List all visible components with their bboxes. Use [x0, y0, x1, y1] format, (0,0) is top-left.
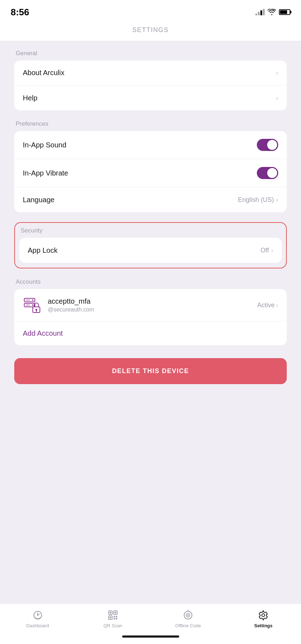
account-name: acceptto_mfa	[48, 297, 251, 305]
svg-rect-14	[110, 612, 111, 613]
help-right: ›	[276, 94, 278, 102]
security-section: Security App Lock Off ›	[14, 222, 287, 268]
status-time: 8:56	[11, 7, 29, 18]
preferences-card: In-App Sound In-App Vibrate Language Eng…	[14, 131, 287, 212]
in-app-vibrate-toggle[interactable]	[257, 167, 278, 179]
in-app-sound-knob	[267, 140, 277, 150]
account-icon	[23, 295, 42, 315]
home-bar	[122, 635, 179, 638]
account-info: acceptto_mfa @secureauth.com	[48, 297, 251, 313]
signal-icon	[255, 9, 265, 15]
language-right: English (US) ›	[238, 196, 278, 204]
offlinecode-icon	[182, 609, 194, 621]
language-label: Language	[23, 196, 55, 204]
general-card: About Arculix › Help ›	[14, 61, 287, 110]
help-row[interactable]: Help ›	[14, 85, 287, 110]
app-lock-right: Off ›	[260, 247, 273, 254]
in-app-vibrate-knob	[267, 168, 277, 178]
about-arculix-row[interactable]: About Arculix ›	[14, 61, 287, 85]
app-lock-chevron: ›	[271, 247, 273, 254]
help-label: Help	[23, 94, 37, 102]
svg-point-25	[262, 614, 265, 617]
in-app-sound-row[interactable]: In-App Sound	[14, 131, 287, 159]
language-row[interactable]: Language English (US) ›	[14, 187, 287, 212]
in-app-sound-toggle[interactable]	[257, 139, 278, 151]
bottom-nav: Dashboard QR Scan	[0, 603, 301, 632]
settings-icon	[258, 609, 269, 621]
nav-label-settings: Settings	[254, 623, 273, 628]
about-arculix-label: About Arculix	[23, 69, 64, 77]
add-account-row[interactable]: Add Account	[14, 321, 287, 345]
accounts-card: acceptto_mfa @secureauth.com Active › Ad…	[14, 289, 287, 345]
accounts-section-label: Accounts	[14, 278, 287, 286]
svg-rect-20	[116, 618, 117, 619]
account-chevron: ›	[276, 302, 278, 309]
svg-rect-5	[26, 304, 30, 306]
svg-rect-16	[110, 617, 111, 618]
dashboard-icon	[32, 609, 43, 621]
app-lock-value: Off	[260, 247, 269, 254]
nav-label-qrscan: QR Scan	[104, 623, 123, 628]
account-status-label: Active	[257, 302, 275, 309]
nav-label-dashboard: Dashboard	[26, 623, 49, 628]
svg-rect-15	[115, 612, 116, 613]
accounts-section: Accounts a	[14, 278, 287, 345]
security-section-label: Security	[19, 227, 282, 234]
svg-point-3	[32, 304, 33, 306]
language-chevron: ›	[276, 196, 278, 204]
qrscan-icon	[107, 609, 119, 621]
app-lock-label: App Lock	[28, 246, 57, 255]
nav-item-qrscan[interactable]: QR Scan	[75, 609, 150, 628]
general-section-label: General	[14, 50, 287, 57]
language-value: English (US)	[238, 196, 274, 204]
svg-rect-18	[116, 616, 117, 617]
about-arculix-right: ›	[276, 69, 278, 77]
status-icons	[255, 9, 290, 15]
in-app-vibrate-row[interactable]: In-App Vibrate	[14, 159, 287, 187]
app-lock-row[interactable]: App Lock Off ›	[19, 238, 282, 263]
page-title-bar: SETTINGS	[0, 21, 301, 41]
nav-item-offlinecode[interactable]: Offline Code	[151, 609, 226, 628]
security-card: App Lock Off ›	[19, 238, 282, 263]
in-app-sound-label: In-App Sound	[23, 141, 66, 149]
home-indicator	[0, 632, 301, 644]
general-section: General About Arculix › Help ›	[14, 50, 287, 110]
preferences-section: Preferences In-App Sound In-App Vibrate …	[14, 120, 287, 212]
svg-point-2	[32, 299, 33, 301]
add-account-label: Add Account	[23, 329, 63, 337]
status-bar: 8:56	[0, 0, 301, 21]
battery-icon	[279, 9, 290, 15]
nav-item-settings[interactable]: Settings	[226, 609, 301, 628]
nav-item-dashboard[interactable]: Dashboard	[0, 609, 75, 628]
account-email: @secureauth.com	[48, 307, 251, 313]
svg-rect-19	[114, 618, 115, 619]
about-arculix-chevron: ›	[276, 69, 278, 77]
nav-label-offlinecode: Offline Code	[175, 623, 201, 628]
scroll-content: General About Arculix › Help › Preferenc…	[0, 41, 301, 603]
in-app-vibrate-label: In-App Vibrate	[23, 169, 68, 177]
page-title: SETTINGS	[132, 26, 168, 33]
help-chevron: ›	[276, 94, 278, 102]
svg-rect-17	[114, 616, 115, 617]
preferences-section-label: Preferences	[14, 120, 287, 127]
account-row[interactable]: acceptto_mfa @secureauth.com Active ›	[14, 289, 287, 321]
wifi-icon	[268, 9, 276, 15]
delete-device-button[interactable]: DELETE THIS DEVICE	[14, 358, 287, 384]
svg-rect-4	[26, 299, 30, 301]
svg-point-23	[187, 614, 189, 616]
account-status: Active ›	[257, 302, 278, 309]
svg-point-10	[37, 614, 38, 616]
